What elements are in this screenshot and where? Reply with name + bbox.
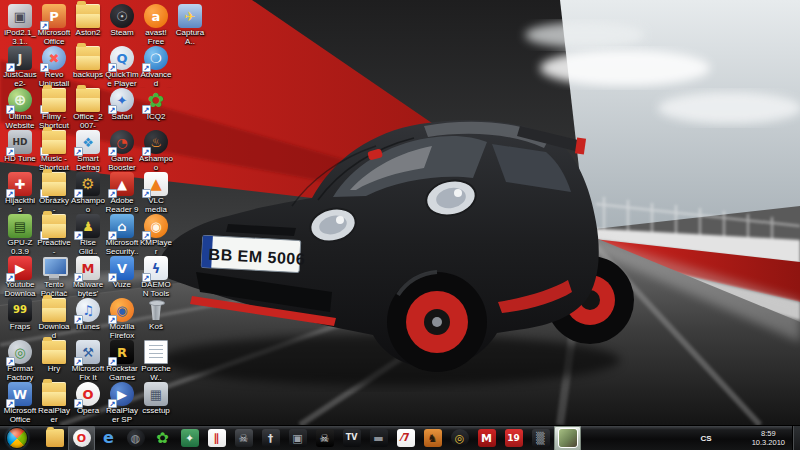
taskbar-mafia-button[interactable]: M <box>473 426 500 450</box>
desktop-icon-realplayer-sp[interactable]: ▶ ↗ RealPlayer SP <box>105 382 139 424</box>
desktop-icon-hd-tune[interactable]: HD ↗ HD Tune <box>3 130 37 172</box>
show-desktop-button[interactable] <box>792 426 800 450</box>
language-indicator[interactable]: CS <box>697 434 716 443</box>
app-icon: HD <box>12 138 27 147</box>
desktop-icon-rockstar[interactable]: R ↗ Rockstar Games Soci.. <box>105 340 139 382</box>
taskbar-nfs-shift-button[interactable]: ∥ <box>203 426 230 450</box>
desktop-icon-aston2-folder[interactable]: Aston2 <box>71 4 105 46</box>
taskbar-slash7-button[interactable]: ⁄7 <box>392 426 419 450</box>
shortcut-arrow-icon: ↗ <box>6 105 15 114</box>
icon-label: avast! Free Antivirus <box>139 29 173 46</box>
start-button[interactable] <box>6 427 28 449</box>
desktop-icon-kmplayer[interactable]: ◉ ↗ KMPlayer <box>139 214 173 256</box>
shortcut-arrow-icon: ↗ <box>108 63 117 72</box>
taskbar-game-19-button[interactable]: 19 <box>500 426 527 450</box>
shortcut-arrow-icon: ↗ <box>108 105 117 114</box>
desktop-icon-youtube-downloader[interactable]: ▶ ↗ Youtube Download.. <box>3 256 37 298</box>
desktop-icon-hry-folder[interactable]: Hry <box>37 340 71 382</box>
desktop-icon-office2007-folder[interactable]: Office_2007-instalátor <box>71 88 105 130</box>
taskbar-game-dark-button[interactable]: ▬ <box>365 426 392 450</box>
shortcut-arrow-icon: ↗ <box>40 189 49 198</box>
desktop-icon-backups-folder[interactable]: backups <box>71 46 105 88</box>
taskbar-game-emblem-button[interactable]: ◎ <box>446 426 473 450</box>
desktop-icon-avast[interactable]: a avast! Free Antivirus <box>139 4 173 46</box>
desktop-icon-ashampoo-burning[interactable]: ♨ ↗ Ashampoo Burning .. <box>139 130 173 172</box>
icon-label: Hry <box>37 365 71 374</box>
desktop-icon-steam[interactable]: ☉ Steam <box>105 4 139 46</box>
desktop-icon-ms-security[interactable]: ⌂ ↗ Microsoft Security.. <box>105 214 139 256</box>
app-icon: O <box>82 388 93 401</box>
app-icon: a <box>152 10 161 23</box>
desktop-icon-winoptimizer[interactable]: ⚙ ↗ Ashampoo WinOptimi.. <box>71 172 105 214</box>
taskbar-game-orange-button[interactable]: ♞ <box>419 426 446 450</box>
icon-label: Captura A.. <box>173 29 207 46</box>
app-icon: ✖ <box>49 52 60 65</box>
desktop-icon-fixit-center[interactable]: ⚒ ↗ Microsoft Fix It Center <box>71 340 105 382</box>
desktop-icon-rise-glid[interactable]: ♟ ↗ Rise Glid.. <box>71 214 105 256</box>
desktop-icon-opera[interactable]: O ↗ Opera <box>71 382 105 424</box>
desktop-icon-realplayer-folder[interactable]: RealPlayer Downloads <box>37 382 71 424</box>
desktop-icon-powerpoint[interactable]: P ↗ Microsoft Office Po.. <box>37 4 71 46</box>
taskbar-game-pixel-button[interactable]: ▒ <box>527 426 554 450</box>
desktop-icon-icq[interactable]: ✿ ↗ ICQ2 <box>139 88 173 130</box>
desktop-icon-obrazky-folder[interactable]: ↗ Obrázky - Shortcut <box>37 172 71 214</box>
desktop-icon-hijackthis[interactable]: ✚ ↗ Hijackthis <box>3 172 37 214</box>
taskbar-items: O e ◍ ✿ ✦ <box>41 426 581 450</box>
desktop-icon-porsche-doc[interactable]: Porsche W.. <box>139 340 173 382</box>
taskbar-game-assassin-button[interactable]: † <box>257 426 284 450</box>
taskbar-game-monitor-button[interactable]: ▣ <box>284 426 311 450</box>
desktop-icon-game-booster[interactable]: ◔ ↗ Game Booster <box>105 130 139 172</box>
desktop-icon-vuze[interactable]: V ↗ Vuze <box>105 256 139 298</box>
desktop-icon-tento-pocitac[interactable]: Tento Počítač <box>37 256 71 298</box>
icon-label: Adobe Reader 9 <box>105 197 139 214</box>
desktop-icon-safari[interactable]: ✦ ↗ Safari <box>105 88 139 130</box>
shortcut-arrow-icon: ↗ <box>6 357 15 366</box>
icon-label: Malwarebytes' Anti-Malware <box>71 281 105 298</box>
desktop-icon-daemon-tools[interactable]: ϟ ↗ DAEMON Tools Lite <box>139 256 173 298</box>
taskbar-photo-viewer-button[interactable] <box>554 426 581 450</box>
desktop-icon-advanced-systemcare[interactable]: ❍ ↗ Advanced SystemCare <box>139 46 173 88</box>
taskbar-gta-button[interactable]: ◍ <box>122 426 149 450</box>
taskbar-game-skull-button[interactable]: ☠ <box>311 426 338 450</box>
taskbar-ie-button[interactable]: e <box>95 426 122 450</box>
taskbar-explorer-button[interactable] <box>41 426 68 450</box>
desktop-icon-firefox[interactable]: ◉ ↗ Mozilla Firefox <box>105 298 139 340</box>
desktop-icon-format-factory[interactable]: ◎ ↗ Format Factory <box>3 340 37 382</box>
desktop-icon-captura[interactable]: ✈ Captura A.. <box>173 4 207 46</box>
desktop[interactable]: BB EM 5006 ▣ iPod2.1_3.1.. <box>0 0 800 450</box>
app-icon: ◉ <box>150 220 161 233</box>
desktop-icon-adobe-reader[interactable]: ▲ ↗ Adobe Reader 9 <box>105 172 139 214</box>
desktop-icon-revo-uninstaller[interactable]: ✖ ↗ Revo Uninstaller <box>37 46 71 88</box>
desktop-icon-cssetup[interactable]: ▦ cssetup <box>139 382 173 424</box>
taskbar-app-icon: ◍ <box>131 433 141 444</box>
desktop-icon-smart-defrag[interactable]: ❖ ↗ Smart Defrag <box>71 130 105 172</box>
desktop-icon-ipod-firmware[interactable]: ▣ iPod2.1_3.1.. <box>3 4 37 46</box>
shortcut-arrow-icon: ↗ <box>142 189 151 198</box>
taskbar-tv-button[interactable]: TV <box>338 426 365 450</box>
desktop-icon-preactive-folder[interactable]: ↗ Preactive - Shortcut <box>37 214 71 256</box>
taskbar-app-icon: ∥ <box>214 433 220 444</box>
taskbar-game-green-button[interactable]: ✦ <box>176 426 203 450</box>
desktop-icon-download-folder[interactable]: Download programů <box>37 298 71 340</box>
icon-label: cssetup <box>139 407 173 416</box>
taskbar-game-armor-button[interactable]: ☠ <box>230 426 257 450</box>
taskbar-opera-button[interactable]: O <box>68 426 95 450</box>
icon-label: GPU-Z 0.3.9 <box>3 239 37 256</box>
desktop-icon-quicktime[interactable]: Q ↗ QuickTime Player <box>105 46 139 88</box>
clock[interactable]: 8:59 10.3.2010 <box>746 429 792 447</box>
desktop-icon-recycle-bin[interactable]: Koš <box>139 298 173 340</box>
desktop-icon-gpuz[interactable]: ▤ GPU-Z 0.3.9 <box>3 214 37 256</box>
taskbar-icq-button[interactable]: ✿ <box>149 426 176 450</box>
app-icon: ◎ <box>14 346 25 359</box>
desktop-icon-filmy-folder[interactable]: ↗ Filmy - Shortcut <box>37 88 71 130</box>
desktop-icon-ultima-website[interactable]: ⊕ ↗ Ultima Website <box>3 88 37 130</box>
desktop-icon-music-folder[interactable]: ↗ Music - Shortcut <box>37 130 71 172</box>
desktop-icon-itunes[interactable]: ♫ ↗ iTunes <box>71 298 105 340</box>
desktop-icon-fraps[interactable]: 99 Fraps <box>3 298 37 340</box>
desktop-icon-vlc[interactable]: ▲ ↗ VLC media player <box>139 172 173 214</box>
icon-label: Vuze <box>105 281 139 290</box>
desktop-icon-malwarebytes[interactable]: M ↗ Malwarebytes' Anti-Malware <box>71 256 105 298</box>
icon-label: Ultima Website <box>3 113 37 130</box>
desktop-icon-justcause2[interactable]: J ↗ JustCause2-skidrow <box>3 46 37 88</box>
desktop-icon-word[interactable]: W ↗ Microsoft Office Wo.. <box>3 382 37 424</box>
